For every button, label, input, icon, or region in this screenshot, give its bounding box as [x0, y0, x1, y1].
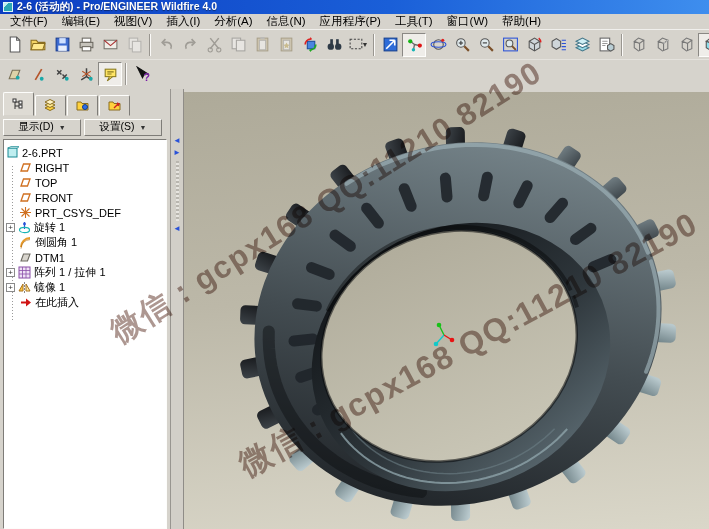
shaded-cube-icon	[702, 36, 709, 53]
zoom-in-button[interactable]	[450, 33, 474, 57]
zoom-out-button[interactable]	[474, 33, 498, 57]
navigator-panel: 显示(D)▼ 设置(S)▼ 2-6.PRT RIGHT TOP FRONT	[0, 89, 170, 529]
open-file-button[interactable]	[26, 33, 50, 57]
layer-tree-icon	[44, 99, 57, 112]
print-button[interactable]	[74, 33, 98, 57]
menu-insert[interactable]: 插入(I)	[159, 14, 207, 29]
model-tree: 2-6.PRT RIGHT TOP FRONT PRT_CSYS_DEF +	[3, 139, 167, 529]
redraw-button[interactable]	[378, 33, 402, 57]
send-mail-button[interactable]	[98, 33, 122, 57]
tree-item-label: PRT_CSYS_DEF	[35, 207, 121, 219]
hidden-line-button[interactable]	[650, 33, 674, 57]
tree-item-dtm1[interactable]: DTM1	[4, 250, 166, 265]
menu-view[interactable]: 视图(V)	[107, 14, 159, 29]
tire-3d-model[interactable]	[184, 92, 709, 529]
pattern-icon	[18, 266, 31, 279]
undo-button[interactable]	[154, 33, 178, 57]
tab-folder-browser[interactable]	[67, 95, 98, 116]
context-help-button[interactable]: ?	[130, 62, 154, 86]
settings-dropdown[interactable]: 设置(S)▼	[84, 119, 162, 136]
paste-special-button[interactable]	[274, 33, 298, 57]
spin-center-icon	[406, 36, 423, 53]
copy-button[interactable]	[226, 33, 250, 57]
toolbar-separator	[125, 63, 127, 85]
wireframe-cube-icon	[630, 36, 647, 53]
menu-window[interactable]: 窗口(W)	[440, 14, 496, 29]
datum-axis-toggle-icon	[30, 66, 47, 83]
save-a-copy-button[interactable]	[122, 33, 146, 57]
tree-item-top[interactable]: TOP	[4, 175, 166, 190]
menu-file[interactable]: 文件(F)	[3, 14, 55, 29]
tree-item-label: TOP	[35, 177, 57, 189]
new-file-button[interactable]	[2, 33, 26, 57]
datum-toolbar: ?	[0, 59, 709, 88]
datum-point-toggle-icon	[54, 66, 71, 83]
scissors-icon	[206, 36, 223, 53]
splitter-grip[interactable]	[176, 161, 179, 221]
tab-model-tree[interactable]	[3, 92, 34, 116]
tab-favorites[interactable]	[99, 95, 130, 116]
tab-layer-tree[interactable]	[35, 95, 66, 116]
plus-box-icon[interactable]: +	[6, 223, 15, 232]
view-manager-button[interactable]	[594, 33, 618, 57]
redo-button[interactable]	[178, 33, 202, 57]
datum-plane-gray-icon	[19, 251, 32, 264]
panel-splitter[interactable]: ◄ ► ◄	[170, 89, 184, 529]
no-hidden-button[interactable]	[674, 33, 698, 57]
paste-button[interactable]	[250, 33, 274, 57]
saved-views-button[interactable]	[546, 33, 570, 57]
tree-item-insert-here[interactable]: 在此插入	[4, 295, 166, 310]
datum-plane-icon	[19, 191, 32, 204]
tree-item-mirror[interactable]: + 镜像 1	[4, 280, 166, 295]
regenerate-button[interactable]	[298, 33, 322, 57]
datum-axes-toggle[interactable]	[26, 62, 50, 86]
plus-box-icon[interactable]: +	[6, 268, 15, 277]
orient-mode-button[interactable]	[426, 33, 450, 57]
graphics-viewport[interactable]	[184, 89, 709, 529]
menu-help[interactable]: 帮助(H)	[495, 14, 548, 29]
annotations-toggle[interactable]	[98, 62, 122, 86]
tree-item-csys[interactable]: PRT_CSYS_DEF	[4, 205, 166, 220]
expand-right-icon[interactable]: ►	[173, 149, 181, 157]
menu-analysis[interactable]: 分析(A)	[207, 14, 259, 29]
tree-item-right[interactable]: RIGHT	[4, 160, 166, 175]
select-by-menu-button[interactable]: ▼	[346, 33, 370, 57]
find-button[interactable]	[322, 33, 346, 57]
menu-edit[interactable]: 编辑(E)	[55, 14, 107, 29]
show-dropdown[interactable]: 显示(D)▼	[3, 119, 81, 136]
tree-item-label: 阵列 1 / 拉伸 1	[34, 265, 106, 280]
spin-center-button[interactable]	[402, 33, 426, 57]
navigator-buttons: 显示(D)▼ 设置(S)▼	[0, 116, 170, 137]
refit-button[interactable]	[498, 33, 522, 57]
tree-item-revolve[interactable]: + 旋转 1	[4, 220, 166, 235]
csys-toggle-icon	[78, 66, 95, 83]
tree-item-pattern[interactable]: + 阵列 1 / 拉伸 1	[4, 265, 166, 280]
datum-points-toggle[interactable]	[50, 62, 74, 86]
wireframe-button[interactable]	[626, 33, 650, 57]
datum-csys-toggle[interactable]	[74, 62, 98, 86]
menu-info[interactable]: 信息(N)	[260, 14, 313, 29]
shaded-button[interactable]	[698, 33, 709, 57]
datum-planes-toggle[interactable]	[2, 62, 26, 86]
plus-box-icon[interactable]: +	[6, 283, 15, 292]
menu-tools[interactable]: 工具(T)	[388, 14, 440, 29]
folder-browser-icon	[76, 99, 89, 112]
copy-icon	[230, 36, 247, 53]
save-copy-icon	[126, 36, 143, 53]
reorient-icon	[526, 36, 543, 53]
navigator-tabs	[0, 89, 170, 116]
title-bar[interactable]: 2-6 (活动的) - Pro/ENGINEER Wildfire 4.0	[0, 0, 709, 14]
tree-item-label: DTM1	[35, 252, 65, 264]
collapse-left-icon[interactable]: ◄	[173, 137, 181, 145]
tree-item-front[interactable]: FRONT	[4, 190, 166, 205]
cut-button[interactable]	[202, 33, 226, 57]
save-button[interactable]	[50, 33, 74, 57]
menu-applications[interactable]: 应用程序(P)	[313, 14, 388, 29]
tree-item-round[interactable]: 倒圆角 1	[4, 235, 166, 250]
layers-button[interactable]	[570, 33, 594, 57]
collapse-left-icon[interactable]: ◄	[173, 225, 181, 233]
orient-view-button[interactable]	[522, 33, 546, 57]
mail-icon	[102, 36, 119, 53]
tree-item-part[interactable]: 2-6.PRT	[4, 145, 166, 160]
saved-views-icon	[550, 36, 567, 53]
